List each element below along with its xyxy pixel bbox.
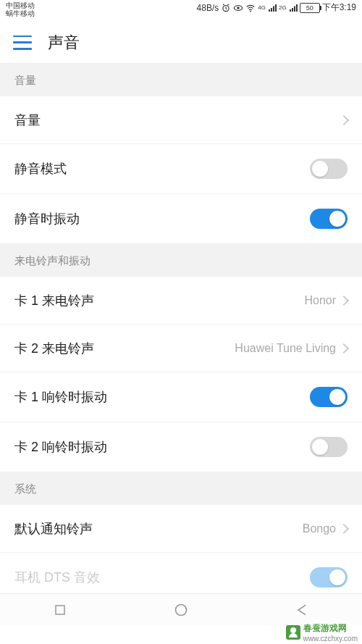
chevron-icon bbox=[339, 343, 349, 353]
watermark-icon bbox=[286, 625, 300, 640]
sim1-vibrate-ring-label: 卡 1 响铃时振动 bbox=[14, 388, 107, 406]
vibrate-silent-label: 静音时振动 bbox=[14, 210, 80, 227]
carrier-2: 蜗牛移动 bbox=[6, 9, 35, 17]
nav-recent-button[interactable] bbox=[46, 595, 75, 624]
volume-row[interactable]: 音量 bbox=[0, 96, 362, 144]
app-header: 声音 bbox=[0, 22, 362, 64]
eye-icon bbox=[233, 3, 243, 13]
silent-mode-toggle[interactable] bbox=[310, 159, 348, 179]
svg-point-4 bbox=[175, 604, 186, 615]
battery-icon: 50 bbox=[300, 3, 320, 13]
net-4g: 4G bbox=[258, 4, 266, 11]
section-ringtone: 来电铃声和振动 bbox=[0, 244, 362, 277]
watermark: 春蚕游戏网 www.czchxy.com bbox=[286, 622, 358, 643]
watermark-name: 春蚕游戏网 bbox=[303, 622, 358, 635]
sim2-vibrate-ring-toggle[interactable] bbox=[310, 437, 348, 457]
sim2-vibrate-ring-label: 卡 2 响铃时振动 bbox=[14, 438, 107, 456]
status-bar: 中国移动 蜗牛移动 48B/s 4G 2G 50 下午3:19 bbox=[0, 0, 362, 22]
signal-1-icon bbox=[268, 4, 277, 12]
sim1-ringtone-label: 卡 1 来电铃声 bbox=[14, 292, 94, 309]
battery-level: 50 bbox=[306, 4, 313, 12]
sim1-ringtone-row[interactable]: 卡 1 来电铃声 Honor bbox=[0, 277, 362, 325]
default-notification-row[interactable]: 默认通知铃声 Bongo bbox=[0, 505, 362, 553]
svg-point-2 bbox=[250, 10, 251, 12]
chevron-icon bbox=[339, 523, 349, 533]
signal-2-icon bbox=[289, 4, 298, 12]
silent-mode-row[interactable]: 静音模式 bbox=[0, 144, 362, 194]
status-carriers: 中国移动 蜗牛移动 bbox=[6, 1, 35, 17]
section-volume: 音量 bbox=[0, 64, 362, 96]
chevron-icon bbox=[339, 114, 349, 125]
chevron-icon bbox=[339, 295, 349, 305]
sim2-ringtone-value: Huawei Tune Living bbox=[235, 342, 336, 355]
vibrate-silent-toggle[interactable] bbox=[310, 209, 348, 229]
menu-icon[interactable] bbox=[13, 35, 32, 50]
net-2g: 2G bbox=[279, 4, 287, 11]
status-time: 下午3:19 bbox=[322, 1, 356, 14]
default-notification-value: Bongo bbox=[303, 522, 336, 535]
nav-back-button[interactable] bbox=[287, 595, 316, 624]
nav-home-button[interactable] bbox=[167, 595, 195, 624]
data-rate: 48B/s bbox=[197, 3, 219, 13]
sim1-ringtone-value: Honor bbox=[304, 294, 336, 307]
status-right: 48B/s 4G 2G 50 下午3:19 bbox=[197, 1, 356, 14]
sim1-vibrate-ring-row[interactable]: 卡 1 响铃时振动 bbox=[0, 372, 362, 422]
dts-headphone-label: 耳机 DTS 音效 bbox=[14, 569, 100, 586]
svg-rect-3 bbox=[56, 606, 64, 614]
silent-mode-label: 静音模式 bbox=[14, 160, 67, 177]
android-nav-bar bbox=[0, 593, 362, 625]
section-system: 系统 bbox=[0, 472, 362, 505]
watermark-url: www.czchxy.com bbox=[303, 635, 358, 643]
wifi-icon bbox=[245, 3, 256, 13]
page-title: 声音 bbox=[48, 32, 80, 54]
dts-headphone-toggle bbox=[310, 567, 348, 587]
sim2-ringtone-label: 卡 2 来电铃声 bbox=[14, 340, 94, 357]
sim2-ringtone-row[interactable]: 卡 2 来电铃声 Huawei Tune Living bbox=[0, 325, 362, 372]
default-notification-label: 默认通知铃声 bbox=[14, 520, 93, 538]
volume-label: 音量 bbox=[14, 112, 41, 129]
svg-point-1 bbox=[237, 7, 240, 9]
alarm-icon bbox=[221, 3, 231, 13]
sim1-vibrate-ring-toggle[interactable] bbox=[310, 387, 348, 407]
vibrate-silent-row[interactable]: 静音时振动 bbox=[0, 194, 362, 244]
carrier-1: 中国移动 bbox=[6, 1, 35, 9]
sim2-vibrate-ring-row[interactable]: 卡 2 响铃时振动 bbox=[0, 422, 362, 472]
